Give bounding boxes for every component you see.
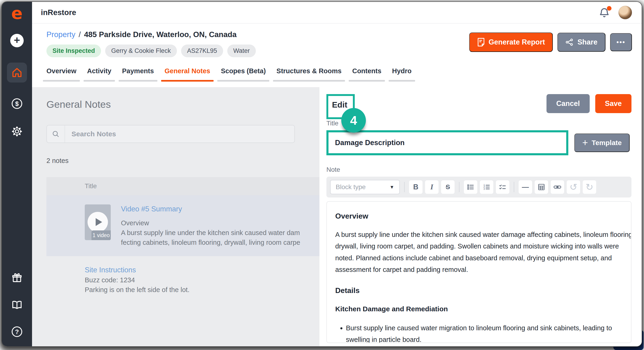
svg-text:$: $	[15, 100, 18, 107]
link-icon	[554, 183, 561, 191]
client-tag: Gerry & Cookie Fleck	[105, 44, 177, 57]
home-icon	[12, 67, 22, 78]
note-row-info: Video #5 Summary Overview A burst supply…	[121, 204, 300, 246]
page-header: Property / 485 Parkside Drive, Waterloo,…	[32, 24, 642, 67]
sidebar-item-payments[interactable]: $	[10, 97, 24, 110]
sidebar-item-docs[interactable]	[10, 298, 24, 312]
insert-link-button[interactable]	[551, 180, 564, 194]
insert-table-button[interactable]	[535, 180, 548, 194]
share-label: Share	[577, 38, 597, 46]
cancel-button[interactable]: Cancel	[546, 94, 590, 113]
redo-icon: ↻	[586, 182, 594, 192]
bullet-list-icon	[467, 183, 474, 191]
horizontal-rule-button[interactable]: —	[519, 180, 532, 194]
claim-number-tag: AS27KL95	[181, 44, 223, 57]
bold-button[interactable]: B	[409, 180, 422, 194]
share-icon	[565, 38, 574, 46]
generate-report-label: Generate Report	[489, 38, 545, 46]
tab-content: General Notes 2 notes Title	[32, 87, 642, 346]
ellipsis-icon: •••	[616, 38, 626, 46]
gear-icon	[11, 126, 23, 137]
notifications-button[interactable]	[598, 6, 610, 18]
page-title: 485 Parkside Drive, Waterloo, ON, Canada	[84, 30, 236, 39]
table-icon	[538, 183, 545, 191]
title-field-row: Damage Description + Template	[326, 130, 632, 155]
add-template-button[interactable]: + Template	[574, 134, 630, 152]
share-button[interactable]: Share	[558, 33, 605, 52]
loss-type-tag: Water	[227, 44, 256, 57]
note-preview-subtitle: Overview	[121, 219, 300, 227]
redo-button[interactable]: ↻	[583, 180, 596, 194]
tab-contents[interactable]: Contents	[352, 67, 382, 87]
numbered-list-button[interactable]: 1 2 3	[480, 180, 493, 194]
undo-button[interactable]: ↺	[567, 180, 580, 194]
richtext-toolbar: Block type ▼ B I S	[326, 176, 632, 197]
tab-hydro[interactable]: Hydro	[392, 67, 412, 87]
bullet-list-button[interactable]	[464, 180, 477, 194]
numbered-list-icon: 1 2 3	[483, 183, 490, 191]
horizontal-rule-icon: —	[522, 183, 529, 191]
italic-button[interactable]: I	[425, 180, 438, 194]
strikethrough-button[interactable]: S	[441, 180, 454, 194]
add-button[interactable]: +	[10, 34, 24, 47]
checklist-button[interactable]	[496, 180, 509, 194]
note-edit-panel: Edit 4 Cancel Save Title Dam	[320, 87, 642, 346]
book-icon	[12, 299, 22, 310]
search-input[interactable]	[65, 130, 294, 138]
plus-icon: +	[14, 35, 20, 45]
editor-subheading-kitchen: Kitchen Damage and Remediation	[335, 305, 623, 313]
editor-paragraph: A burst supply line under the kitchen si…	[335, 229, 632, 276]
sidebar-bottom-group: ?	[10, 271, 24, 339]
strikethrough-icon: S	[446, 183, 450, 191]
breadcrumb-separator: /	[79, 30, 81, 39]
notification-dot	[607, 6, 612, 11]
user-avatar[interactable]	[618, 6, 632, 19]
app-name: inRestore	[41, 8, 76, 17]
topbar-right	[598, 6, 632, 19]
tab-general-notes[interactable]: General Notes	[164, 67, 210, 87]
report-icon	[477, 38, 485, 47]
sidebar: e + $	[2, 2, 32, 346]
toolbar-divider	[459, 182, 460, 192]
edit-panel-header: Edit 4 Cancel Save	[326, 94, 632, 119]
tab-overview[interactable]: Overview	[46, 67, 76, 87]
editor-heading-overview: Overview	[335, 212, 623, 220]
template-label: Template	[592, 139, 622, 147]
undo-icon: ↺	[570, 182, 577, 192]
video-count-badge: 1 video	[92, 230, 111, 240]
header-actions: Generate Report Share •••	[469, 32, 632, 52]
tab-scopes-beta[interactable]: Scopes (Beta)	[221, 67, 266, 87]
video-thumbnail[interactable]: 1 video	[85, 204, 111, 240]
save-button[interactable]: Save	[595, 94, 632, 113]
chevron-down-icon: ▼	[390, 184, 394, 190]
toolbar-divider	[514, 182, 514, 192]
note-editor[interactable]: Overview A burst supply line under the k…	[326, 201, 632, 343]
sidebar-item-rewards[interactable]	[10, 271, 24, 285]
block-type-dropdown[interactable]: Block type ▼	[330, 180, 400, 194]
annotation-step-badge: 4	[341, 108, 366, 133]
sidebar-item-settings[interactable]	[10, 125, 24, 138]
topbar: inRestore	[32, 2, 642, 24]
note-preview-line: fecting cabinets, linoleum flooring, dry…	[121, 239, 300, 246]
svg-text:?: ?	[15, 328, 19, 336]
tab-payments[interactable]: Payments	[122, 67, 154, 87]
search-icon	[47, 125, 65, 143]
screenshot-canvas: o e + $	[0, 0, 644, 350]
title-annotation-highlight: Damage Description	[326, 130, 568, 155]
plus-icon: +	[582, 139, 588, 147]
sidebar-item-home[interactable]	[7, 63, 27, 83]
tab-structures-rooms[interactable]: Structures & Rooms	[276, 67, 342, 87]
title-input[interactable]: Damage Description	[328, 132, 566, 153]
tab-activity[interactable]: Activity	[87, 67, 112, 87]
svg-text:3: 3	[484, 188, 485, 190]
italic-icon: I	[430, 183, 433, 191]
breadcrumb-property-link[interactable]: Property	[46, 30, 76, 39]
title-column-header: Title	[85, 182, 97, 190]
editor-heading-details: Details	[335, 286, 623, 295]
note-title-link[interactable]: Video #5 Summary	[121, 205, 300, 213]
generate-report-button[interactable]: Generate Report	[469, 32, 553, 52]
more-actions-button[interactable]: •••	[610, 33, 632, 51]
app-logo[interactable]: e	[9, 5, 24, 21]
notes-search[interactable]	[46, 125, 295, 143]
sidebar-item-help[interactable]: ?	[10, 325, 24, 339]
